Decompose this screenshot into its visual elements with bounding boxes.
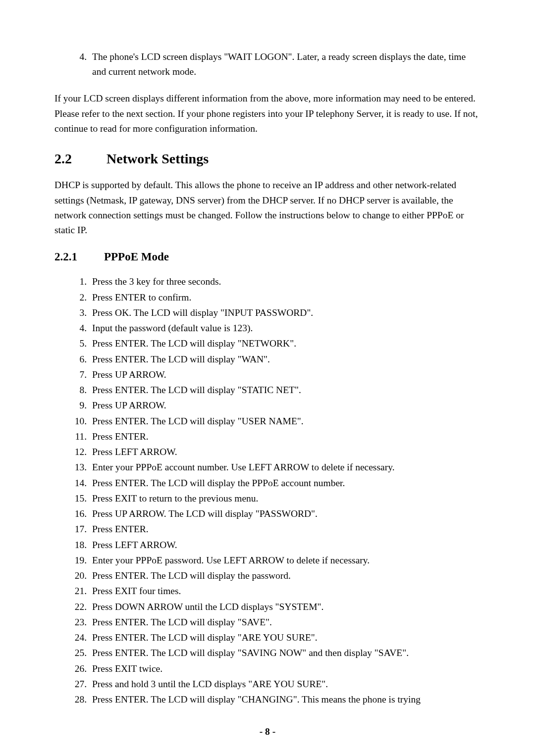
step-text: Input the password (default value is 123… bbox=[92, 323, 253, 333]
step-text: Press ENTER. The LCD will display "CHANG… bbox=[92, 694, 421, 705]
step-text: Press and hold 3 until the LCD displays … bbox=[92, 679, 328, 689]
list-item: Press OK. The LCD will display "INPUT PA… bbox=[89, 305, 481, 320]
step-text: Press ENTER. The LCD will display the PP… bbox=[92, 478, 345, 488]
list-item: Press LEFT ARROW. bbox=[89, 445, 481, 459]
step-text: Press UP ARROW. The LCD will display "PA… bbox=[92, 508, 318, 519]
list-item: Press ENTER. The LCD will display "NETWO… bbox=[89, 336, 481, 351]
list-item: Press ENTER. The LCD will display "STATI… bbox=[89, 383, 481, 397]
step-text: Press ENTER. The LCD will display "USER … bbox=[92, 416, 304, 426]
step-text: Enter your PPPoE password. Use LEFT ARRO… bbox=[92, 555, 370, 565]
list-item: Press ENTER. The LCD will display "USER … bbox=[89, 414, 481, 428]
list-item: Enter your PPPoE password. Use LEFT ARRO… bbox=[89, 553, 481, 567]
step-text: Press EXIT twice. bbox=[92, 663, 162, 674]
list-item: Press the 3 key for three seconds. bbox=[89, 274, 481, 289]
step-text: Enter your PPPoE account number. Use LEF… bbox=[92, 462, 395, 472]
page-number: - 8 - bbox=[54, 726, 481, 737]
list-item: Enter your PPPoE account number. Use LEF… bbox=[89, 460, 481, 474]
document-page: The phone's LCD screen displays "WAIT LO… bbox=[0, 0, 535, 756]
list-item: Press DOWN ARROW until the LCD displays … bbox=[89, 600, 481, 614]
list-item: Press ENTER. The LCD will display "ARE Y… bbox=[89, 630, 481, 645]
step-text: Press DOWN ARROW until the LCD displays … bbox=[92, 602, 323, 612]
list-item: Press ENTER to confirm. bbox=[89, 290, 481, 304]
list-item: Press and hold 3 until the LCD displays … bbox=[89, 677, 481, 691]
list-item: Press ENTER. The LCD will display "WAN". bbox=[89, 352, 481, 366]
list-item: Press ENTER. The LCD will display the PP… bbox=[89, 476, 481, 490]
step-text: Press UP ARROW. bbox=[92, 400, 166, 410]
step-text: Press LEFT ARROW. bbox=[92, 447, 177, 457]
step-text: Press UP ARROW. bbox=[92, 369, 166, 380]
step-text: Press the 3 key for three seconds. bbox=[92, 276, 221, 287]
intro-step-list: The phone's LCD screen displays "WAIT LO… bbox=[54, 50, 481, 79]
paragraph-dhcp: DHCP is supported by default. This allow… bbox=[54, 178, 481, 238]
intro-step-4-text: The phone's LCD screen displays "WAIT LO… bbox=[92, 51, 466, 77]
step-text: Press ENTER. The LCD will display "STATI… bbox=[92, 385, 301, 395]
step-text: Press ENTER. bbox=[92, 524, 149, 534]
list-item: Press EXIT four times. bbox=[89, 584, 481, 598]
step-text: Press LEFT ARROW. bbox=[92, 540, 177, 550]
step-text: Press EXIT four times. bbox=[92, 586, 181, 596]
heading-2-2-number: 2.2 bbox=[54, 150, 107, 168]
list-item: Press ENTER. The LCD will display "SAVIN… bbox=[89, 646, 481, 660]
heading-2-2-1: 2.2.1PPPoE Mode bbox=[54, 250, 481, 264]
step-text: Press OK. The LCD will display "INPUT PA… bbox=[92, 307, 313, 318]
step-text: Press ENTER. The LCD will display "ARE Y… bbox=[92, 632, 318, 643]
step-text: Press EXIT to return to the previous men… bbox=[92, 493, 258, 504]
paragraph-lcd-info: If your LCD screen displays different in… bbox=[54, 91, 481, 136]
list-item: Press ENTER. The LCD will display the pa… bbox=[89, 568, 481, 583]
list-item: Press UP ARROW. The LCD will display "PA… bbox=[89, 506, 481, 521]
heading-2-2-title: Network Settings bbox=[107, 151, 209, 166]
list-item: Press ENTER. The LCD will display "CHANG… bbox=[89, 692, 481, 706]
list-item: Press ENTER. bbox=[89, 522, 481, 536]
list-item: Input the password (default value is 123… bbox=[89, 321, 481, 335]
list-item: Press EXIT to return to the previous men… bbox=[89, 491, 481, 505]
step-text: Press ENTER. The LCD will display "NETWO… bbox=[92, 338, 296, 349]
step-text: Press ENTER. The LCD will display "SAVE"… bbox=[92, 617, 272, 627]
step-text: Press ENTER. The LCD will display the pa… bbox=[92, 570, 291, 581]
step-text: Press ENTER. The LCD will display "SAVIN… bbox=[92, 648, 409, 658]
list-item: Press ENTER. bbox=[89, 429, 481, 444]
list-item: Press UP ARROW. bbox=[89, 398, 481, 412]
list-item: Press UP ARROW. bbox=[89, 367, 481, 382]
list-item: Press ENTER. The LCD will display "SAVE"… bbox=[89, 615, 481, 629]
list-item: Press LEFT ARROW. bbox=[89, 538, 481, 552]
step-text: Press ENTER. The LCD will display "WAN". bbox=[92, 354, 270, 364]
heading-2-2-1-title: PPPoE Mode bbox=[104, 251, 169, 263]
list-item: Press EXIT twice. bbox=[89, 661, 481, 676]
heading-2-2-1-number: 2.2.1 bbox=[54, 250, 104, 264]
step-text: Press ENTER to confirm. bbox=[92, 292, 191, 302]
intro-step-4: The phone's LCD screen displays "WAIT LO… bbox=[89, 50, 481, 79]
pppoe-steps-list: Press the 3 key for three seconds. Press… bbox=[54, 274, 481, 706]
heading-2-2: 2.2Network Settings bbox=[54, 150, 481, 168]
step-text: Press ENTER. bbox=[92, 431, 149, 442]
